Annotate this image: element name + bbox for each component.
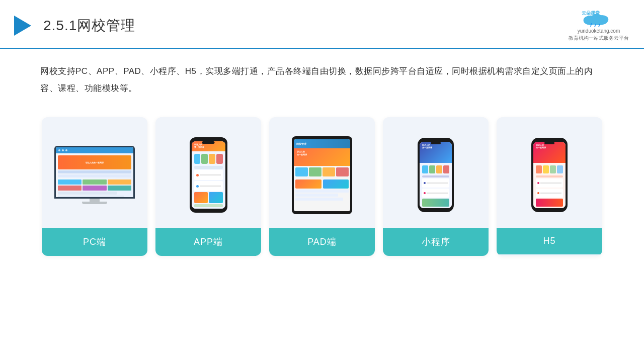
cards-container: 职达人的第一堂网课: [0, 112, 644, 266]
miniprogram-label: 小程序: [383, 228, 489, 256]
h5-mockup: 职达人的第一堂网课: [531, 138, 568, 212]
miniprogram-mockup: 职达人的第一堂网课: [418, 138, 454, 212]
pc-mockup: 职达人的第一堂网课: [54, 146, 135, 204]
pad-image-area: 网校管理 职达人的第一堂网课: [269, 117, 375, 228]
logo-icon: [10, 13, 35, 38]
card-pad: 网校管理 职达人的第一堂网课: [269, 117, 375, 256]
header-left: 2.5.1网校管理: [10, 13, 135, 38]
app-mockup: 职达人的第一堂网课: [190, 137, 227, 213]
pc-image-area: 职达人的第一堂网课: [42, 117, 147, 228]
card-miniprogram: 职达人的第一堂网课: [383, 117, 489, 256]
h5-label: H5: [497, 228, 602, 254]
card-h5: 职达人的第一堂网课: [497, 117, 602, 256]
brand-tagline: 教育机构一站式服务云平台: [569, 35, 629, 42]
phone-screen: 职达人的第一堂网课: [192, 141, 225, 209]
pad-label: PAD端: [269, 228, 375, 256]
svg-point-4: [590, 17, 607, 25]
pad-mockup: 网校管理 职达人的第一堂网课: [292, 136, 352, 214]
description-text: 网校支持PC、APP、PAD、小程序、H5，实现多端打通，产品各终端自由切换，数…: [0, 49, 644, 107]
pc-screen: 职达人的第一堂网课: [54, 146, 135, 199]
svg-line-6: [595, 24, 596, 27]
h5-image-area: 职达人的第一堂网课: [497, 117, 602, 228]
card-pc: 职达人的第一堂网课: [42, 117, 147, 256]
svg-marker-0: [14, 16, 31, 36]
app-label: APP端: [155, 228, 261, 256]
tablet-screen: 网校管理 职达人的第一堂网课: [294, 139, 350, 211]
app-image-area: 职达人的第一堂网课: [155, 117, 261, 228]
svg-text:云朵课堂: 云朵课堂: [582, 11, 600, 16]
card-app: 职达人的第一堂网课: [155, 117, 261, 256]
phone-notch: [202, 141, 215, 144]
brand-logo: 云朵课堂 yunduoketang.com 教育机构一站式服务云平台: [569, 9, 629, 42]
brand-cloud-icon: 云朵课堂: [579, 9, 619, 27]
pc-label: PC端: [42, 228, 147, 256]
header: 2.5.1网校管理 云朵课堂 yunduoketang.com 教育机构一站式服…: [0, 0, 644, 49]
miniprogram-image-area: 职达人的第一堂网课: [383, 117, 489, 228]
brand-url: yunduoketang.com: [578, 28, 620, 34]
page-title: 2.5.1网校管理: [43, 16, 135, 35]
